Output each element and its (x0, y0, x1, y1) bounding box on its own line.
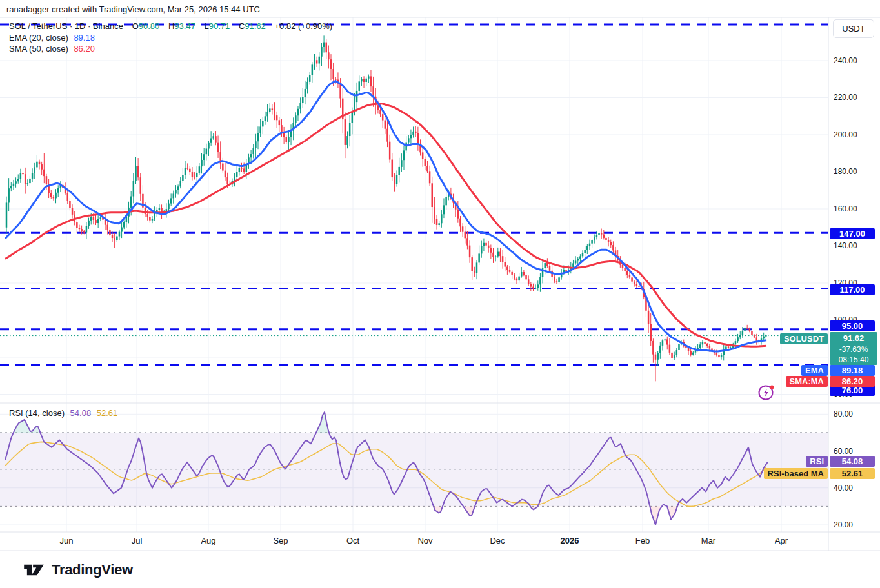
flash-action-button[interactable] (757, 383, 775, 401)
level-badge-95: 95.00 (830, 320, 875, 331)
rsi-tick-label: 20.00 (834, 520, 853, 529)
ema-legend-row[interactable]: EMA (20, close) 89.18 (9, 33, 95, 43)
ohlc-high-value: 93.47 (174, 21, 195, 31)
symbol-price-chip: SOLUSDT (780, 333, 828, 344)
price-tick-label: 240.00 (834, 56, 857, 65)
rsi-ma-chip: RSI-based MA (764, 468, 828, 479)
currency-toggle-button[interactable]: USDT (833, 19, 874, 38)
level-badge-117: 117.00 (830, 284, 875, 295)
price-tick-label: 140.00 (834, 241, 857, 250)
price-tick-label: 180.00 (834, 167, 857, 176)
tradingview-chart-screenshot: ranadagger created with TradingView.com,… (0, 0, 880, 588)
bar-countdown: 08:15:40 (830, 355, 877, 365)
ohlc-high-label: H (168, 21, 174, 31)
ohlc-open-value: 90.80 (139, 21, 160, 31)
last-price-change: -37.63% (830, 344, 877, 355)
rsi-tick-label: 80.00 (834, 409, 853, 418)
symbol-title: SOL / TetherUS · 1D · Binance (9, 21, 123, 31)
ohlc-low-value: 90.71 (209, 21, 230, 31)
time-axis-label[interactable]: 2026 (555, 536, 584, 545)
ohlc-open-label: O (132, 21, 139, 31)
time-axis-label[interactable]: Aug (194, 536, 223, 545)
sma-legend-label: SMA (50, close) (9, 44, 68, 54)
ema-legend-value: 89.18 (74, 33, 95, 43)
price-tick-label: 200.00 (834, 130, 857, 139)
symbol-legend-row[interactable]: SOL / TetherUS · 1D · Binance O90.80 H93… (9, 21, 332, 31)
tradingview-logo-icon[interactable] (23, 562, 45, 578)
sma-legend-row[interactable]: SMA (50, close) 86.20 (9, 44, 95, 54)
time-axis-label[interactable]: Jun (52, 536, 81, 545)
rsi-ma-legend-value: 52.61 (97, 408, 118, 418)
sma-value-badge: 86.20 (830, 376, 875, 387)
tradingview-wordmark[interactable]: TradingView (52, 562, 133, 578)
sma-chip: SMA:MA (786, 376, 828, 387)
price-tick-label: 220.00 (834, 93, 857, 102)
ohlc-low-label: L (205, 21, 209, 31)
change-value: +0.82 (+0.90%) (274, 21, 332, 31)
ema-value-badge: 89.18 (830, 365, 875, 376)
rsi-legend-row[interactable]: RSI (14, close) 54.08 52.61 (9, 408, 117, 418)
rsi-tick-label: 60.00 (834, 447, 853, 456)
ohlc-close-label: C (239, 21, 245, 31)
time-axis-label[interactable]: Jul (123, 536, 151, 545)
ohlc-close-value: 91.62 (245, 21, 266, 31)
time-axis-label[interactable]: Dec (483, 536, 512, 545)
time-axis-label[interactable]: Apr (767, 536, 795, 545)
rsi-ma-value-badge: 52.61 (830, 468, 875, 479)
footer-bar: TradingView (0, 552, 880, 588)
rsi-legend-label: RSI (14, close) (9, 408, 65, 418)
time-axis-label[interactable]: Nov (411, 536, 439, 545)
rsi-tick-label: 40.00 (834, 484, 853, 493)
time-axis-label[interactable]: Feb (628, 536, 657, 545)
level-badge-147: 147.00 (830, 228, 875, 239)
last-price-badge: 91.62 -37.63% 08:15:40 (830, 332, 877, 365)
time-axis-label[interactable]: Mar (694, 536, 723, 545)
rsi-chip: RSI (806, 456, 828, 467)
sma-legend-value: 86.20 (74, 44, 95, 54)
time-axis-label[interactable]: Sep (266, 536, 295, 545)
rsi-value-badge: 54.08 (830, 456, 875, 467)
last-price-value: 91.62 (830, 332, 877, 344)
ema-chip: EMA (801, 365, 828, 376)
time-axis-label[interactable]: Oct (339, 536, 367, 545)
ema-legend-label: EMA (20, close) (9, 33, 68, 43)
price-tick-label: 160.00 (834, 204, 857, 213)
price-chart-canvas[interactable] (0, 0, 880, 552)
rsi-legend-value: 54.08 (70, 408, 92, 418)
lightning-icon (757, 383, 775, 401)
